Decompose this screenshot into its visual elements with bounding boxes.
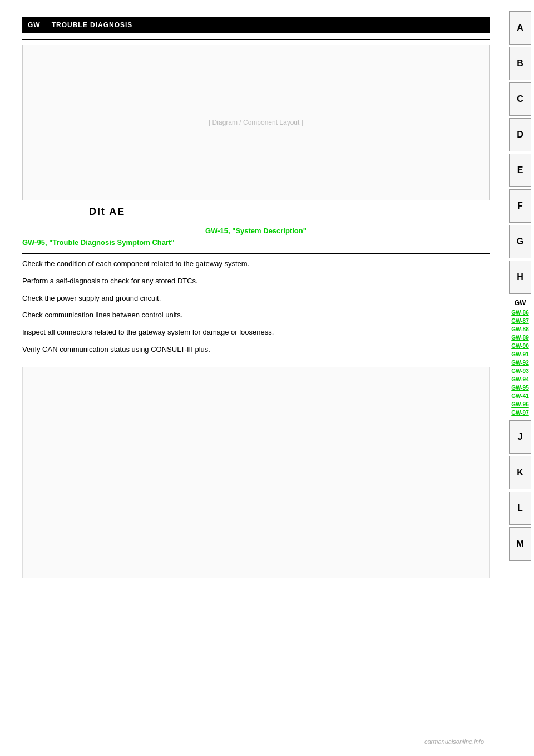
reference-links-block: GW-15, "System Description" GW-95, "Trou… (22, 227, 490, 247)
nav-letter-g[interactable]: G (509, 225, 531, 258)
nav-gw-link-12[interactable]: GW-97 (511, 409, 528, 417)
dit-ae-label: DIt AE (89, 206, 125, 217)
nav-gw-links: GW-86 GW-87 GW-88 GW-89 GW-90 GW-91 GW-9… (511, 309, 528, 417)
nav-gw-link-7[interactable]: GW-93 (511, 367, 528, 375)
nav-letter-d[interactable]: D (509, 118, 531, 151)
nav-gw-link-9[interactable]: GW-95 (511, 384, 528, 392)
nav-gw-link-11[interactable]: GW-96 (511, 401, 528, 409)
watermark: carmanualsonline.info (424, 738, 484, 745)
nav-gw-link-5[interactable]: GW-91 (511, 351, 528, 359)
nav-letter-j[interactable]: J (509, 420, 531, 454)
ref-link-1-container: GW-15, "System Description" (22, 227, 490, 235)
body-text-6: Verify CAN communication status using CO… (22, 344, 490, 356)
nav-gw-link-8[interactable]: GW-94 (511, 376, 528, 384)
nav-letter-b[interactable]: B (509, 47, 531, 80)
body-text-2: Perform a self-diagnosis to check for an… (22, 276, 490, 287)
ref-link-2-container: GW-95, "Trouble Diagnosis Symptom Chart" (22, 238, 490, 247)
top-header-bar: GW TROUBLE DIAGNOSIS (22, 17, 490, 33)
nav-letter-a[interactable]: A (509, 11, 531, 45)
mid-rule (22, 253, 490, 254)
ref-link-1[interactable]: GW-15, "System Description" (205, 227, 306, 235)
body-text-5: Inspect all connectors related to the ga… (22, 327, 490, 338)
nav-gw-link-1[interactable]: GW-87 (511, 317, 528, 325)
nav-letter-c[interactable]: C (509, 82, 531, 116)
lower-content-area (22, 367, 490, 578)
nav-letter-f[interactable]: F (509, 189, 531, 223)
top-rule (22, 39, 490, 40)
nav-gw-link-3[interactable]: GW-89 (511, 334, 528, 342)
ref-link-2[interactable]: GW-95, "Trouble Diagnosis Symptom Chart" (22, 238, 175, 247)
nav-gw-link-0[interactable]: GW-86 (511, 309, 528, 317)
nav-letter-h[interactable]: H (509, 261, 531, 294)
section-code: GW (28, 21, 41, 29)
main-content-area: GW TROUBLE DIAGNOSIS [ Diagram / Compone… (22, 17, 490, 723)
body-text-4: Check communication lines between contro… (22, 310, 490, 321)
nav-letter-l[interactable]: L (509, 492, 531, 525)
nav-letter-k[interactable]: K (509, 456, 531, 489)
nav-gw-link-6[interactable]: GW-92 (511, 359, 528, 367)
nav-gw-link-2[interactable]: GW-88 (511, 326, 528, 333)
nav-letter-e[interactable]: E (509, 154, 531, 187)
nav-gw-link-10[interactable]: GW-41 (511, 392, 528, 400)
diagram-area: [ Diagram / Component Layout ] (22, 45, 490, 200)
body-text-section: Check the condition of each component re… (22, 258, 490, 356)
page-title-header: TROUBLE DIAGNOSIS (52, 21, 133, 29)
nav-gw-label: GW (515, 299, 526, 307)
dit-ae-section: DIt AE (89, 206, 490, 218)
right-navigation: A B C D E F G H GW (495, 0, 534, 756)
body-text-1: Check the condition of each component re… (22, 258, 490, 270)
nav-letter-m[interactable]: M (509, 527, 531, 561)
body-text-3: Check the power supply and ground circui… (22, 293, 490, 305)
nav-gw-link-4[interactable]: GW-90 (511, 342, 528, 350)
